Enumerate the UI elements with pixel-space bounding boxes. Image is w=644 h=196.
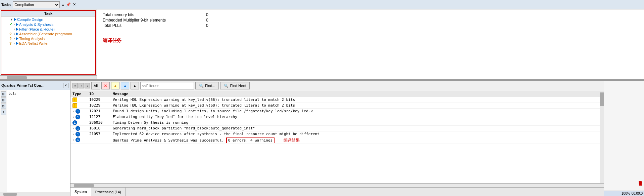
info-icon: i bbox=[76, 138, 80, 142]
msg-id: 12021 bbox=[89, 109, 113, 113]
msg-id: 286030 bbox=[89, 120, 113, 125]
find-next-button[interactable]: 🔍 Find Next bbox=[220, 82, 249, 89]
info-label-2: Total PLLs bbox=[103, 23, 203, 28]
msg-filter-warn-btn[interactable]: ▲ bbox=[111, 82, 119, 89]
info-icon: i bbox=[76, 109, 80, 114]
task-status-assembler: ? bbox=[9, 32, 13, 36]
msg-text: Generating hard_block partition "hard_bl… bbox=[113, 126, 598, 130]
task-play-icon-eda bbox=[16, 42, 18, 45]
col-header-type: Type bbox=[72, 92, 89, 96]
msg-filter-info-btn[interactable]: ▲ bbox=[121, 82, 129, 89]
info-value-0: 0 bbox=[206, 12, 208, 17]
col-header-id: ID bbox=[89, 92, 113, 96]
task-name-compile: Compile Design bbox=[17, 17, 43, 22]
table-row[interactable]: › i 12021 Found 1 design units, includin… bbox=[70, 109, 600, 114]
compile-task-label: 编译任务 bbox=[103, 38, 639, 44]
toolbar-icon-list: ≡ bbox=[62, 3, 64, 7]
toolbar-icon-close: ✕ bbox=[73, 2, 76, 7]
find-icon: 🔍 bbox=[199, 84, 204, 88]
expand-icon[interactable]: › bbox=[72, 115, 74, 119]
msg-panel-icon-1[interactable]: ≡ bbox=[72, 83, 78, 88]
find-next-icon: 🔍 bbox=[224, 84, 229, 88]
table-row[interactable]: ! 10229 Verilog HDL Expression warning a… bbox=[70, 97, 600, 103]
expand-icon[interactable]: › bbox=[72, 138, 74, 142]
task-name-timing: Timing Analysis bbox=[19, 37, 45, 41]
task-item-eda[interactable]: ? › EDA Netlist Writer bbox=[1, 41, 95, 46]
task-play-icon-analysis bbox=[16, 23, 18, 26]
resource-errors-warnings: 0 errors, 4 warnings bbox=[226, 138, 275, 143]
msg-panel-icon-3[interactable]: ↓ bbox=[85, 83, 90, 88]
msg-filter-all-btn[interactable]: All bbox=[91, 82, 100, 89]
msg-text: Implemented 62 device resources after sy… bbox=[113, 132, 598, 136]
msg-id: 10229 bbox=[89, 103, 113, 108]
expand-icon[interactable]: › bbox=[72, 110, 74, 113]
expand-icon[interactable]: › bbox=[72, 132, 74, 136]
toolbar-icon-pin: 📌 bbox=[66, 2, 71, 7]
filter-input[interactable] bbox=[140, 82, 194, 89]
tcl-icon-3[interactable]: ⊡ bbox=[1, 104, 6, 109]
expand-icon[interactable]: › bbox=[72, 127, 74, 130]
task-item-fitter[interactable]: › Fitter (Place & Route) bbox=[1, 27, 95, 32]
task-expand-analysis[interactable]: › bbox=[14, 23, 15, 26]
task-expand-assembler[interactable]: › bbox=[14, 32, 15, 36]
tcl-title: Quartus Prime Tcl Con… bbox=[1, 83, 45, 87]
find-button[interactable]: 🔍 Find... bbox=[195, 82, 219, 89]
msg-text: Verilog HDL Expression warning at key_le… bbox=[113, 103, 598, 108]
msg-panel-icon-2[interactable]: ↑ bbox=[79, 83, 84, 88]
tcl-close-btn[interactable]: ✕ bbox=[63, 83, 68, 88]
task-item-timing[interactable]: ? › Timing Analysis bbox=[1, 36, 95, 41]
table-row[interactable]: i 286030 Timing-Driven Synthesis is runn… bbox=[70, 120, 600, 126]
col-header-message: Message bbox=[113, 92, 598, 96]
info-table: Total memory bits 0 Embedded Multiplier … bbox=[103, 12, 639, 28]
compile-result-annotation: 编译结果 bbox=[284, 138, 300, 143]
tab-processing[interactable]: Processing (14) bbox=[91, 188, 126, 196]
tcl-icon-4[interactable]: ? bbox=[1, 110, 6, 115]
table-row[interactable]: ! 10229 Verilog HDL Expression warning a… bbox=[70, 103, 600, 109]
warning-icon: ! bbox=[72, 97, 77, 102]
info-icon: i bbox=[76, 132, 80, 136]
task-name-analysis: Analysis & Synthesis bbox=[19, 23, 53, 27]
msg-filter-suppress-btn[interactable]: ▲ bbox=[131, 82, 139, 89]
info-value-1: 0 bbox=[206, 18, 208, 23]
task-expand-fitter[interactable]: › bbox=[14, 28, 15, 31]
tcl-prompt: tcl: bbox=[8, 91, 68, 96]
info-label-1: Embedded Multiplier 9-bit elements bbox=[103, 18, 203, 23]
table-row[interactable]: › i 16010 Generating hard_block partitio… bbox=[70, 126, 600, 131]
msg-id: 16010 bbox=[89, 126, 113, 130]
task-play-icon-timing bbox=[16, 37, 18, 40]
task-panel-header: Task bbox=[1, 11, 95, 16]
msg-text: Timing-Driven Synthesis is running bbox=[113, 120, 598, 125]
task-expand-compile[interactable]: ▼ bbox=[10, 18, 13, 21]
task-name-assembler: Assembler (Generate programm… bbox=[19, 32, 76, 36]
info-icon: i bbox=[72, 120, 77, 125]
task-name-eda: EDA Netlist Writer bbox=[19, 41, 49, 45]
msg-id: 10229 bbox=[89, 97, 113, 102]
task-play-icon-fitter bbox=[16, 28, 18, 31]
warning-icon: ! bbox=[72, 103, 77, 108]
tasks-label: Tasks bbox=[1, 3, 11, 7]
info-value-2: 0 bbox=[206, 23, 208, 28]
task-expand-timing[interactable]: › bbox=[14, 37, 15, 40]
task-status-eda: ? bbox=[9, 41, 13, 45]
compilation-dropdown[interactable]: Compilation bbox=[13, 1, 60, 8]
msg-text: Elaborating entity "key_led" for the top… bbox=[113, 115, 598, 119]
table-row[interactable]: › i Quartus Prime Analysis & Synthesis w… bbox=[70, 137, 600, 144]
task-item-analysis[interactable]: ✓ › Analysis & Synthesis bbox=[1, 22, 95, 27]
task-item-compile-design[interactable]: ▼ Compile Design bbox=[1, 17, 95, 22]
task-expand-eda[interactable]: › bbox=[14, 42, 15, 45]
task-status-analysis: ✓ bbox=[9, 22, 13, 27]
status-time: 00:00:0 bbox=[632, 192, 643, 195]
task-play-icon-compile bbox=[14, 18, 16, 21]
tab-system[interactable]: System bbox=[70, 188, 91, 196]
msg-id: 12127 bbox=[89, 115, 113, 119]
info-label-0: Total memory bits bbox=[103, 12, 203, 17]
table-row[interactable]: › i 12127 Elaborating entity "key_led" f… bbox=[70, 114, 600, 120]
tcl-icon-2[interactable]: ⊟ bbox=[1, 97, 6, 103]
table-row[interactable]: › i 21057 Implemented 62 device resource… bbox=[70, 131, 600, 137]
msg-filter-error-btn[interactable]: ✕ bbox=[101, 82, 110, 89]
task-item-assembler[interactable]: ? › Assembler (Generate programm… bbox=[1, 32, 95, 36]
task-status-timing: ? bbox=[9, 37, 13, 41]
msg-text: Found 1 design units, including 1 entiti… bbox=[113, 109, 598, 113]
task-play-icon-assembler bbox=[16, 32, 18, 36]
tcl-icon-1[interactable]: ⊞ bbox=[1, 91, 6, 97]
